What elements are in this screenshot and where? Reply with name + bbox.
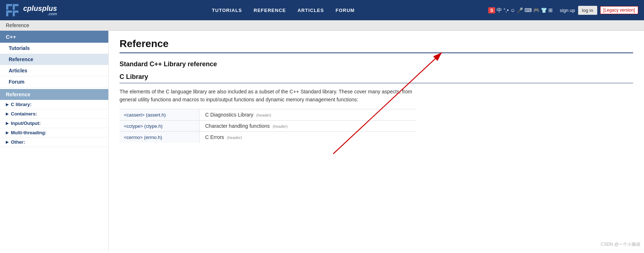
sidebar-ref-c-library-label: C library: (11, 102, 32, 107)
cerrno-badge: (header) (227, 135, 242, 140)
cassert-desc: C Diagnostics Library (205, 112, 254, 118)
chevron-right-icon: ▶ (6, 102, 9, 106)
nav-tutorials[interactable]: TUTORIALS (212, 8, 242, 13)
c-library-desc: The elements of the C language library a… (120, 88, 417, 104)
sidebar-ref-other-label: Other: (11, 139, 25, 145)
title-divider (120, 52, 633, 53)
cassert-badge: (header) (256, 113, 271, 117)
logo-text-area: cplusplus .com (23, 5, 57, 16)
toolbar-icons: S 中 °,• ☺ 🎤 ⌨ 🎮 👕 ⊞ (488, 7, 552, 14)
nav-articles[interactable]: ARTICLES (297, 8, 324, 13)
sidebar-ref-input-output-label: Input/Output: (11, 121, 41, 126)
sidebar-ref-input-output[interactable]: ▶ Input/Output: (0, 119, 108, 128)
svg-rect-5 (15, 6, 18, 10)
main-content: Reference Standard C++ Library reference… (109, 31, 644, 251)
logo-area[interactable]: cplusplus .com (6, 4, 78, 17)
table-row: <cctype> (ctype.h) Character handling fu… (120, 120, 417, 131)
sidebar-cpp-title: C++ (6, 34, 16, 40)
logo-icon (6, 4, 20, 17)
cctype-link[interactable]: <cctype> (ctype.h) (124, 123, 163, 129)
toolbar-grid: ⊞ (548, 7, 553, 13)
nav-forum[interactable]: FORUM (335, 8, 355, 13)
watermark: CSDN @一个小脑袋 (601, 241, 640, 248)
toolbar-keyboard: ⌨ (524, 7, 532, 13)
toolbar-dots: °,• (503, 7, 509, 13)
c-library-divider (120, 83, 633, 83)
sidebar-ref-multi-threading-label: Multi-threading: (11, 130, 46, 135)
sign-up-link[interactable]: sign up (560, 8, 575, 13)
chevron-right-icon: ▶ (6, 112, 9, 116)
toolbar-mic: 🎤 (517, 7, 523, 13)
sidebar-ref-c-library[interactable]: ▶ C library: (0, 100, 108, 109)
sidebar-ref-other[interactable]: ▶ Other: (0, 138, 108, 147)
library-table: <cassert> (assert.h) C Diagnostics Libra… (120, 109, 417, 143)
svg-rect-6 (8, 13, 12, 16)
lib-desc-cell: Character handling functions (header) (199, 120, 417, 131)
header-right: S 中 °,• ☺ 🎤 ⌨ 🎮 👕 ⊞ sign up log in [Lega… (488, 6, 638, 15)
sidebar-reference-section: Reference (0, 89, 108, 100)
logo-dotcom-text: .com (23, 12, 57, 16)
cassert-link[interactable]: <cassert> (assert.h) (124, 112, 166, 118)
svg-rect-7 (15, 13, 18, 16)
sidebar-ref-containers[interactable]: ▶ Containers: (0, 109, 108, 119)
page-title: Reference (120, 38, 633, 50)
sidebar-ref-containers-label: Containers: (11, 111, 37, 117)
lib-link-cell: <cctype> (ctype.h) (120, 120, 199, 131)
chevron-right-icon: ▶ (6, 131, 9, 135)
sidebar-item-tutorials[interactable]: Tutorials (0, 43, 108, 54)
toolbar-smile: ☺ (510, 7, 515, 13)
sidebar-ref-multi-threading[interactable]: ▶ Multi-threading: (0, 128, 108, 138)
cerrno-link[interactable]: <cerrno> (errno.h) (124, 135, 162, 140)
layout: C++ Tutorials Reference Articles Forum R… (0, 31, 644, 251)
sidebar: C++ Tutorials Reference Articles Forum R… (0, 31, 109, 251)
s-icon: S (488, 7, 495, 13)
table-row: <cassert> (assert.h) C Diagnostics Libra… (120, 109, 417, 120)
breadcrumb-text: Reference (6, 22, 29, 28)
logo-main-text: cplusplus (23, 5, 57, 12)
sidebar-reference-title: Reference (6, 92, 30, 97)
chevron-right-icon: ▶ (6, 140, 9, 144)
c-library-title: C Library (120, 73, 633, 81)
lib-desc-cell: C Diagnostics Library (header) (199, 109, 417, 120)
nav-links: TUTORIALS REFERENCE ARTICLES FORUM (78, 8, 488, 13)
cerrno-desc: C Errors (205, 134, 224, 140)
sidebar-item-articles[interactable]: Articles (0, 65, 108, 76)
cctype-desc: Character handling functions (205, 123, 270, 129)
toolbar-game: 🎮 (533, 7, 539, 13)
legacy-version-button[interactable]: [Legacy version] (600, 6, 638, 14)
breadcrumb-bar: Reference (0, 20, 644, 31)
chevron-right-icon: ▶ (6, 121, 9, 125)
toolbar-chinese: 中 (497, 7, 502, 14)
nav-reference[interactable]: REFERENCE (254, 8, 286, 13)
svg-rect-4 (8, 6, 12, 10)
lib-link-cell: <cerrno> (errno.h) (120, 131, 199, 143)
header: cplusplus .com TUTORIALS REFERENCE ARTIC… (0, 0, 644, 20)
section-title: Standard C++ Library reference (120, 60, 633, 68)
sidebar-cpp-section: C++ (0, 31, 108, 43)
toolbar-shirt: 👕 (541, 7, 547, 13)
cctype-badge: (header) (273, 124, 288, 128)
log-in-button[interactable]: log in (578, 6, 597, 15)
sidebar-item-reference[interactable]: Reference (0, 54, 108, 65)
lib-desc-cell: C Errors (header) (199, 131, 417, 143)
lib-link-cell: <cassert> (assert.h) (120, 109, 199, 120)
sidebar-item-forum[interactable]: Forum (0, 76, 108, 88)
table-row: <cerrno> (errno.h) C Errors (header) (120, 131, 417, 143)
